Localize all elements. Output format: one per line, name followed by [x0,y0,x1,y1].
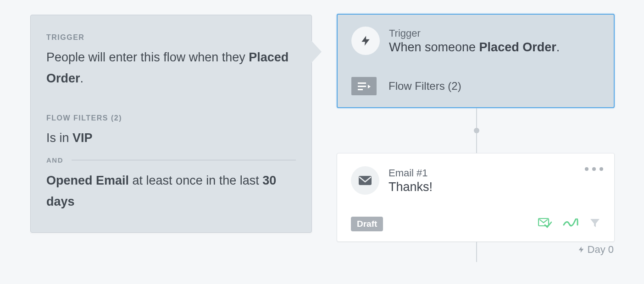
flow-filter-2: Opened Email at least once in the last 3… [46,170,296,213]
svg-rect-3 [359,176,372,185]
filter2-event: Opened Email [46,174,129,187]
analytics-line-icon[interactable] [563,218,578,229]
svg-rect-1 [358,86,366,87]
trigger-desc-suffix: . [80,71,84,85]
status-badge: Draft [351,217,383,231]
trigger-node-label: Trigger [389,27,560,39]
filter-list-icon [351,77,377,95]
trigger-detail-panel: TRIGGER People will enter this flow when… [30,15,312,233]
trigger-title-prefix: When someone [389,40,479,54]
filter1-value: VIP [72,131,93,145]
trigger-description: People will enter this flow when they Pl… [46,47,296,89]
trigger-node[interactable]: Trigger When someone Placed Order. Flow … [337,14,615,108]
filter1-prefix: Is in [46,131,72,145]
flow-filters-summary[interactable]: Flow Filters (2) [351,77,600,95]
day-marker: Day 0 [577,244,614,256]
trigger-node-title: When someone Placed Order. [389,40,560,55]
svg-rect-2 [358,89,363,90]
lightning-small-icon [577,245,585,254]
filters-and-divider: AND [46,156,296,164]
email-delivered-icon[interactable] [538,218,552,230]
day-marker-label: Day 0 [588,244,614,256]
email-node-label: Email #1 [389,167,433,179]
trigger-desc-prefix: People will enter this flow when they [46,50,249,64]
svg-rect-0 [358,82,366,84]
trigger-title-suffix: . [556,40,560,54]
add-step-dot[interactable] [474,128,479,133]
flow-filters-label: Flow Filters (2) [389,80,461,93]
and-line [72,160,296,160]
node-connector [337,108,616,153]
lightning-icon [351,27,380,55]
and-label: AND [46,156,63,164]
email-node[interactable]: Email #1 Thanks! Draft [337,153,615,242]
trigger-section-label: TRIGGER [46,33,296,42]
funnel-filter-icon[interactable] [589,218,600,230]
email-node-title: Thanks! [389,180,433,194]
flow-column: Trigger When someone Placed Order. Flow … [337,14,616,262]
email-more-menu[interactable] [585,167,603,171]
trigger-title-event: Placed Order [479,40,556,54]
filter2-mid: at least once in the last [129,174,262,187]
node-connector-stub: Day 0 [337,242,616,262]
flow-filter-1: Is in VIP [46,128,296,149]
flow-filters-section-label: FLOW FILTERS (2) [46,114,296,122]
email-icon [351,166,379,195]
